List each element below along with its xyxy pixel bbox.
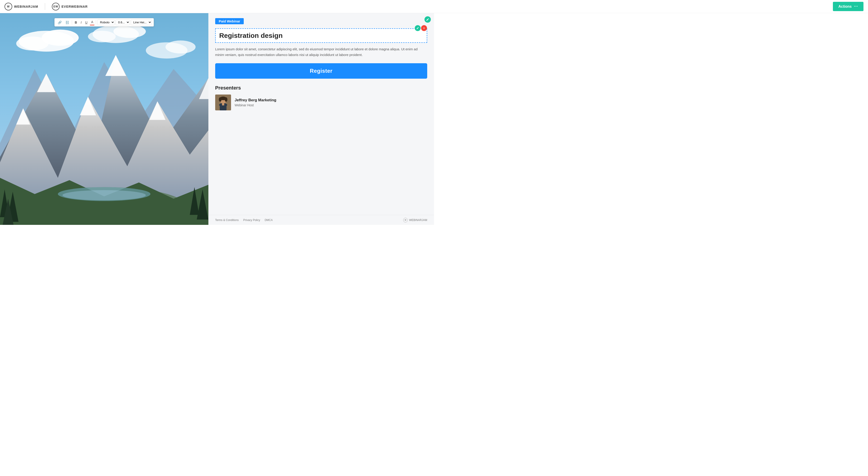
close-icon [423,27,425,29]
svg-point-6 [88,31,116,42]
header: W WEBINARJAM EW EVERWEBINAR Actions ··· [0,0,434,13]
footer-logo-circle: W [403,218,408,222]
presenter-name: Jeffrey Berg Marketing [235,98,276,102]
color-button[interactable]: A [90,19,94,25]
underline-button[interactable]: U [84,20,89,25]
presenter-card: Jeffrey Berg Marketing Webinar Host [215,94,427,110]
presenter-avatar [215,94,231,110]
svg-point-31 [225,97,227,102]
svg-point-26 [63,190,146,200]
dmca-link[interactable]: DMCA [265,218,273,222]
edit-actions-group [415,25,427,31]
svg-rect-34 [222,103,224,106]
presenters-title: Presenters [215,85,427,91]
webinarjam-name: WEBINARJAM [14,5,38,8]
footer-links: Terms & Conditions Privacy Policy DMCA [215,218,273,222]
line-height-select[interactable]: Line Hei... [131,20,152,25]
right-panel: Paid Webinar Registration design Lor [208,13,434,225]
badge-section: Paid Webinar [208,13,434,27]
registration-title: Registration design [219,31,423,40]
terms-link[interactable]: Terms & Conditions [215,218,239,222]
everwebinar-name: EVERWEBINAR [61,5,88,8]
description-section: Lorem ipsum dolor sit amet, consectetur … [208,47,434,63]
logos-group: W WEBINARJAM EW EVERWEBINAR [4,3,88,10]
delete-title-button[interactable] [421,25,427,31]
edit-icon [416,27,419,29]
webinarjam-initials: W [7,5,10,8]
font-family-select[interactable]: Roboto [98,20,115,25]
bold-button[interactable]: B [73,20,79,25]
italic-button[interactable]: I [79,20,83,25]
left-image-panel: 🔗 ⛓️ B I U A Roboto 0.6... Line Hei... [0,13,208,225]
everwebinar-logo-circle: EW [52,3,60,10]
paid-webinar-badge[interactable]: Paid Webinar [215,18,244,24]
webinarjam-logo-circle: W [4,3,12,10]
svg-point-3 [16,36,49,50]
privacy-link[interactable]: Privacy Policy [243,218,260,222]
registration-title-section: Registration design [215,28,427,43]
text-toolbar: 🔗 ⛓️ B I U A Roboto 0.6... Line Hei... [54,18,154,27]
toolbar-divider-1 [72,20,72,25]
logo-divider [45,3,45,10]
link-button[interactable]: 🔗 [56,20,63,25]
footer: Terms & Conditions Privacy Policy DMCA W… [208,215,434,225]
everwebinar-logo[interactable]: EW EVERWEBINAR [52,3,88,10]
webinarjam-logo[interactable]: W WEBINARJAM [4,3,38,10]
presenter-avatar-img [215,94,231,110]
svg-point-30 [219,97,221,102]
presenter-info: Jeffrey Berg Marketing Webinar Host [235,98,276,107]
footer-brand-name: WEBINARJAM [409,218,427,222]
svg-point-8 [165,40,196,54]
unlink-button[interactable]: ⛓️ [64,20,70,25]
presenter-role: Webinar Host [235,103,276,107]
corner-edit-button[interactable] [425,16,431,23]
register-section: Register [208,63,434,85]
mountain-image [0,13,208,225]
svg-point-5 [114,25,146,38]
presenters-section: Presenters [208,85,434,115]
edit-title-button[interactable] [415,25,421,31]
main-content: 🔗 ⛓️ B I U A Roboto 0.6... Line Hei... [0,0,434,238]
register-button[interactable]: Register [215,63,427,79]
everwebinar-initials: EW [54,5,58,8]
pencil-icon [426,18,429,21]
font-size-select[interactable]: 0.6... [116,20,130,25]
description-text: Lorem ipsum dolor sit amet, consectetur … [215,47,427,58]
toolbar-divider-2 [96,20,96,25]
footer-brand: W WEBINARJAM [403,218,427,222]
